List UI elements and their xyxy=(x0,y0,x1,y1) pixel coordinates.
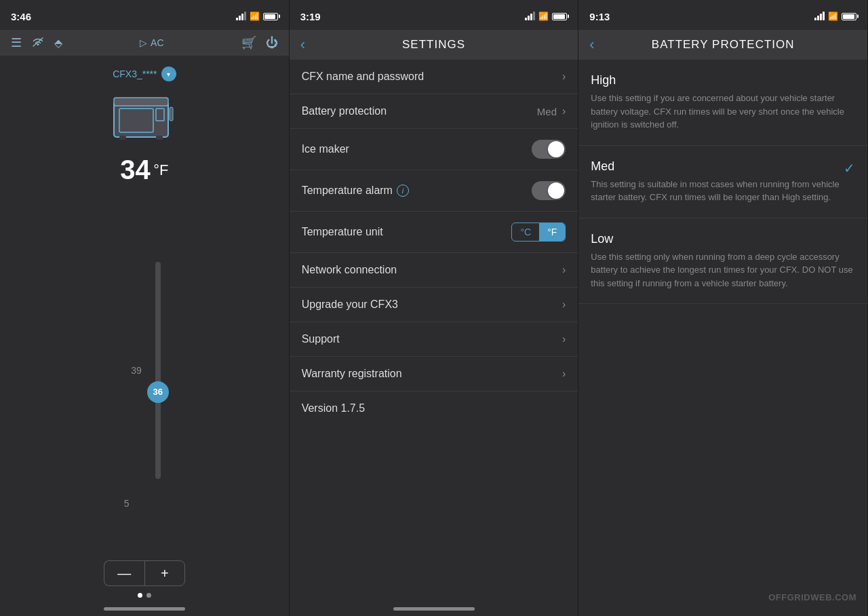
celsius-button[interactable]: °C xyxy=(512,223,539,241)
minus-icon: — xyxy=(117,566,131,581)
cart-icon[interactable]: 🛒 xyxy=(241,35,256,50)
battery-option-high-name: High xyxy=(591,73,616,88)
svg-rect-5 xyxy=(170,107,173,121)
battery-option-low-header: Low xyxy=(591,232,855,250)
battery-protection-panel: 9:13 📶 ‹ BATTERY PROTECTION High xyxy=(578,0,868,616)
settings-label-ice-maker: Ice maker xyxy=(302,143,349,155)
battery-protection-value: Med xyxy=(537,106,557,117)
slider-min-label: 5 xyxy=(124,498,130,509)
settings-item-temp-unit[interactable]: Temperature unit °C °F xyxy=(290,212,578,253)
fahrenheit-button[interactable]: °F xyxy=(539,223,565,241)
settings-right-cfx-name: › xyxy=(562,71,566,83)
home-indicator-1 xyxy=(104,607,185,611)
cooler-illustration xyxy=(0,88,289,142)
settings-item-upgrade[interactable]: Upgrade your CFX3 › xyxy=(290,288,578,322)
nav-right-1: 🛒 ⏻ xyxy=(241,35,278,50)
settings-label-cfx-name: CFX name and password xyxy=(302,71,425,83)
ac-label: AC xyxy=(151,37,163,48)
settings-right-ice-maker xyxy=(532,140,566,159)
status-icons-2: 📶 xyxy=(525,12,567,21)
menu-icon[interactable]: ☰ xyxy=(11,35,22,50)
settings-item-battery[interactable]: Battery protection Med › xyxy=(290,94,578,129)
battery-option-med-desc: This setting is suitable in most cases w… xyxy=(591,178,855,204)
wifi-icon-2: 📶 xyxy=(538,12,549,21)
battery-option-med[interactable]: Med ✓ This setting is suitable in most c… xyxy=(578,146,867,218)
status-bar-1: 3:46 📶 xyxy=(0,0,289,30)
settings-list: CFX name and password › Battery protecti… xyxy=(290,60,578,603)
chevron-down-icon: ▾ xyxy=(167,71,170,78)
settings-label-temp-unit: Temperature unit xyxy=(302,226,383,238)
battery-option-med-header: Med ✓ xyxy=(591,159,855,178)
power-icon[interactable]: ⏻ xyxy=(266,36,278,50)
increase-temp-button[interactable]: + xyxy=(144,560,185,586)
decrease-temp-button[interactable]: — xyxy=(104,560,144,586)
settings-label-battery: Battery protection xyxy=(302,105,387,117)
status-time-1: 3:46 xyxy=(11,11,31,22)
settings-right-temp-alarm xyxy=(532,181,566,200)
wifi-icon-1: 📶 xyxy=(250,12,260,21)
slider-thumb: 36 xyxy=(147,381,169,403)
signal-icon-1 xyxy=(236,12,246,20)
ac-section: ▷ AC xyxy=(140,37,163,48)
device-name-row: CFX3_**** ▾ xyxy=(0,66,289,81)
check-mark-icon: ✓ xyxy=(844,160,855,176)
settings-item-support[interactable]: Support › xyxy=(290,322,578,357)
device-dropdown-button[interactable]: ▾ xyxy=(161,66,176,81)
settings-label-warranty: Warranty registration xyxy=(302,368,402,380)
temperature-slider[interactable]: 36 xyxy=(155,262,161,479)
settings-label-network: Network connection xyxy=(302,264,397,276)
top-nav-1: ☰ ⬘ ▷ AC 🛒 ⏻ xyxy=(0,30,289,56)
chevron-support: › xyxy=(562,333,566,345)
temp-alarm-toggle[interactable] xyxy=(532,181,566,200)
signal-icon-2 xyxy=(525,12,535,20)
battery-back-button[interactable]: ‹ xyxy=(589,36,594,54)
ice-maker-toggle[interactable] xyxy=(532,140,566,159)
status-icons-3: 📶 xyxy=(814,12,856,21)
page-dots xyxy=(0,593,289,598)
slider-max-label: 39 xyxy=(128,365,142,376)
dot-1[interactable] xyxy=(138,593,142,598)
settings-item-warranty[interactable]: Warranty registration › xyxy=(290,357,578,391)
ac-arrow-icon: ▷ xyxy=(140,37,147,48)
battery-option-low[interactable]: Low Use this setting only when running f… xyxy=(578,218,867,305)
bottom-controls: — + xyxy=(0,560,289,586)
chevron-upgrade: › xyxy=(562,299,566,311)
svg-rect-7 xyxy=(156,136,163,140)
ice-maker-knob xyxy=(548,141,564,157)
settings-item-cfx-name[interactable]: CFX name and password › xyxy=(290,60,578,94)
battery-option-low-desc: Use this setting only when running from … xyxy=(591,250,855,290)
settings-back-button[interactable]: ‹ xyxy=(300,36,305,54)
settings-version: Version 1.7.5 xyxy=(290,391,578,425)
settings-right-temp-unit: °C °F xyxy=(511,223,566,242)
settings-label-support: Support xyxy=(302,333,340,345)
settings-item-temp-alarm[interactable]: Temperature alarm i xyxy=(290,170,578,212)
settings-right-upgrade: › xyxy=(562,299,566,311)
settings-item-ice-maker[interactable]: Ice maker xyxy=(290,129,578,170)
chevron-battery: › xyxy=(562,105,566,117)
bluetooth-icon[interactable]: ⬘ xyxy=(54,37,62,50)
battery-option-high[interactable]: High Use this setting if you are concern… xyxy=(578,60,867,146)
wifi-icon-3: 📶 xyxy=(828,12,838,21)
settings-right-support: › xyxy=(562,333,566,345)
temperature-value: 34 xyxy=(120,155,151,185)
settings-panel: 3:19 📶 ‹ SETTINGS CFX name and password xyxy=(290,0,579,616)
battery-option-high-header: High xyxy=(591,73,855,92)
info-icon-temp-alarm[interactable]: i xyxy=(397,185,409,197)
battery-header: ‹ BATTERY PROTECTION xyxy=(578,30,867,60)
battery-icon-3 xyxy=(842,13,856,20)
main-control-panel: 3:46 📶 ☰ xyxy=(0,0,290,616)
version-label: Version 1.7.5 xyxy=(302,402,365,414)
settings-item-network[interactable]: Network connection › xyxy=(290,253,578,288)
svg-rect-2 xyxy=(114,98,168,106)
battery-options-list: High Use this setting if you are concern… xyxy=(578,60,867,616)
status-icons-1: 📶 xyxy=(236,12,278,21)
battery-icon-1 xyxy=(263,13,278,20)
svg-rect-6 xyxy=(119,136,126,140)
battery-icon-2 xyxy=(552,13,567,20)
cooler-svg xyxy=(107,88,182,142)
wifi-nav-icon[interactable] xyxy=(31,37,45,50)
watermark: OFFGRIDWEB.COM xyxy=(768,592,856,602)
dot-2[interactable] xyxy=(146,593,151,598)
temp-unit-toggle: °C °F xyxy=(511,223,566,242)
status-time-3: 9:13 xyxy=(589,11,610,22)
